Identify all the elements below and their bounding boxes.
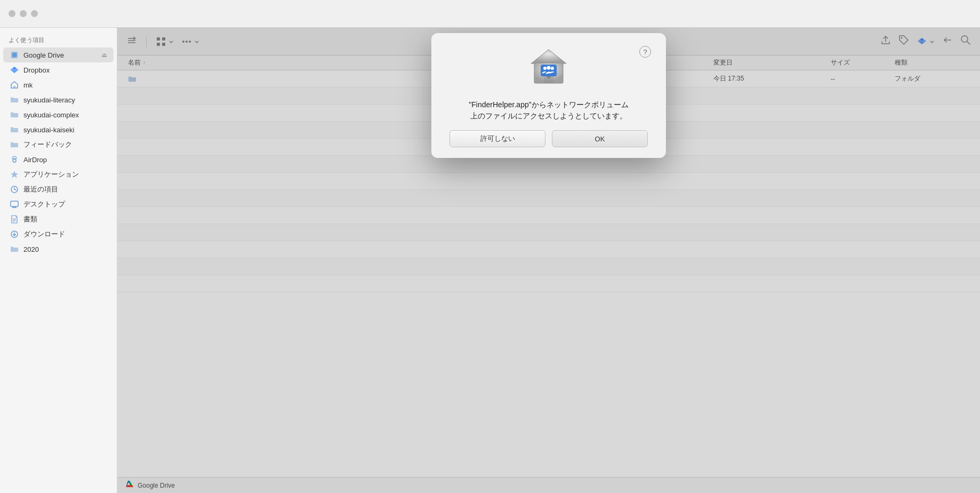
sidebar-item-applications[interactable]: アプリケーション	[3, 167, 114, 182]
sidebar-section-label: よく使う項目	[0, 34, 117, 47]
sidebar-item-google-drive[interactable]: Google Drive ⏏	[3, 47, 114, 62]
sidebar-item-feedback[interactable]: フィードバック	[3, 137, 114, 152]
sidebar-item-syukudai-complex[interactable]: syukudai-complex	[3, 107, 114, 122]
folder-icon-2020	[10, 244, 19, 254]
doc-icon	[10, 214, 19, 224]
sidebar-item-label-applications: アプリケーション	[23, 170, 79, 179]
sidebar-item-desktop[interactable]: デスクトップ	[3, 197, 114, 212]
svg-point-44	[547, 66, 551, 70]
sidebar-item-label-syukudai-kaiseki: syukudai-kaiseki	[23, 126, 74, 134]
sidebar-item-mk[interactable]: mk	[3, 77, 114, 92]
eject-icon[interactable]: ⏏	[101, 51, 107, 59]
sidebar-item-label-documents: 書類	[23, 214, 37, 224]
sidebar-item-syukudai-literacy[interactable]: syukudai-literacy	[3, 92, 114, 107]
folder-icon-literacy	[10, 95, 19, 105]
sidebar-item-downloads[interactable]: ダウンロード	[3, 227, 114, 242]
modal-message: "FinderHelper.app"からネットワークボリューム上のファイルにアク…	[469, 99, 629, 122]
deny-button[interactable]: 許可しない	[449, 130, 545, 147]
minimize-button[interactable]	[20, 10, 27, 17]
main-layout: よく使う項目 Google Drive ⏏ Dro	[0, 28, 980, 493]
traffic-lights	[9, 10, 38, 17]
sidebar-item-2020[interactable]: 2020	[3, 242, 114, 257]
sidebar: よく使う項目 Google Drive ⏏ Dro	[0, 28, 117, 493]
svg-point-45	[551, 67, 554, 70]
sidebar-item-label-airdrop: AirDrop	[23, 156, 47, 164]
sidebar-item-syukudai-kaiseki[interactable]: syukudai-kaiseki	[3, 122, 114, 137]
sidebar-item-label-syukudai-literacy: syukudai-literacy	[23, 96, 75, 104]
sidebar-item-label-google-drive: Google Drive	[23, 51, 64, 59]
svg-marker-38	[531, 50, 566, 63]
svg-point-1	[12, 53, 17, 57]
sidebar-item-label-2020: 2020	[23, 245, 39, 253]
permission-dialog: ?	[431, 33, 666, 158]
folder-icon-feedback	[10, 140, 19, 149]
desktop-folder-icon	[10, 200, 19, 209]
maximize-button[interactable]	[31, 10, 38, 17]
svg-rect-6	[13, 86, 15, 88]
modal-header: ?	[446, 46, 651, 91]
close-button[interactable]	[9, 10, 15, 17]
clock-icon	[10, 185, 19, 194]
sidebar-item-label-syukudai-complex: syukudai-complex	[23, 111, 79, 119]
airdrop-icon	[10, 155, 19, 164]
sidebar-item-label-mk: mk	[23, 81, 33, 89]
folder-icon-complex	[10, 110, 19, 120]
finder-helper-icon	[527, 46, 570, 89]
svg-point-43	[543, 67, 547, 70]
home-icon	[10, 80, 19, 90]
svg-rect-9	[11, 201, 18, 206]
titlebar	[0, 0, 980, 28]
help-button[interactable]: ?	[639, 46, 651, 58]
folder-icon-kaiseki	[10, 125, 19, 134]
modal-buttons: 許可しない OK	[446, 130, 651, 147]
sidebar-item-documents[interactable]: 書類	[3, 212, 114, 227]
sidebar-item-label-downloads: ダウンロード	[23, 229, 65, 239]
sidebar-item-label-feedback: フィードバック	[23, 140, 72, 149]
sidebar-item-label-recents: 最近の項目	[23, 185, 58, 194]
sidebar-item-label-dropbox: Dropbox	[23, 66, 50, 74]
sidebar-item-label-desktop: デスクトップ	[23, 200, 65, 209]
download-icon	[10, 229, 19, 239]
sidebar-item-airdrop[interactable]: AirDrop	[3, 152, 114, 167]
content-area: 名前 ↑ 変更日 サイズ 種類 今日 17:35 --	[117, 28, 980, 493]
app-icon	[10, 170, 19, 179]
sidebar-item-dropbox[interactable]: Dropbox	[3, 62, 114, 77]
ok-button[interactable]: OK	[552, 130, 648, 147]
modal-overlay: ?	[117, 28, 980, 493]
sidebar-item-recents[interactable]: 最近の項目	[3, 182, 114, 197]
dropbox-icon	[10, 65, 19, 75]
google-drive-icon	[10, 50, 19, 60]
